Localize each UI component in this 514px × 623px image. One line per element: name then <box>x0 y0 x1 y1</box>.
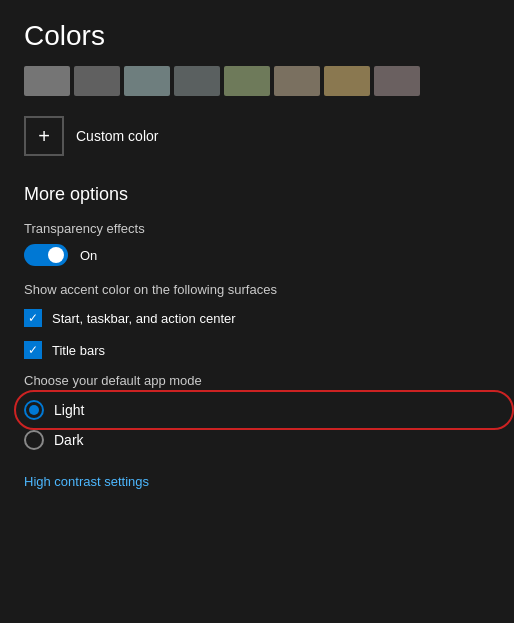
light-option-row[interactable]: Light <box>24 400 490 420</box>
dark-radio[interactable] <box>24 430 44 450</box>
more-options-title: More options <box>24 184 490 205</box>
transparency-label: Transparency effects <box>24 221 490 236</box>
app-mode-radio-group: Light Dark <box>24 400 490 450</box>
swatch-gray4[interactable] <box>174 66 220 96</box>
swatch-gray2[interactable] <box>74 66 120 96</box>
custom-color-icon: + <box>24 116 64 156</box>
custom-color-button[interactable]: + Custom color <box>24 112 158 160</box>
dark-label: Dark <box>54 432 84 448</box>
check-icon-2: ✓ <box>28 344 38 356</box>
dark-option-row[interactable]: Dark <box>24 430 490 450</box>
light-radio[interactable] <box>24 400 44 420</box>
transparency-state: On <box>80 248 97 263</box>
transparency-toggle-row: On <box>24 244 490 266</box>
swatch-gold[interactable] <box>324 66 370 96</box>
app-mode-title: Choose your default app mode <box>24 373 490 388</box>
swatch-gray3[interactable] <box>124 66 170 96</box>
start-taskbar-checkbox[interactable]: ✓ <box>24 309 42 327</box>
radio-inner-light <box>29 405 39 415</box>
surfaces-label: Show accent color on the following surfa… <box>24 282 490 297</box>
title-bars-checkbox[interactable]: ✓ <box>24 341 42 359</box>
toggle-thumb <box>48 247 64 263</box>
transparency-toggle[interactable] <box>24 244 68 266</box>
page-title: Colors <box>24 20 490 52</box>
title-bars-row[interactable]: ✓ Title bars <box>24 341 490 359</box>
light-selection-highlight <box>14 390 514 430</box>
start-taskbar-label: Start, taskbar, and action center <box>52 311 236 326</box>
swatch-brown[interactable] <box>374 66 420 96</box>
toggle-track <box>24 244 68 266</box>
check-icon: ✓ <box>28 312 38 324</box>
high-contrast-link[interactable]: High contrast settings <box>24 474 149 489</box>
start-taskbar-row[interactable]: ✓ Start, taskbar, and action center <box>24 309 490 327</box>
swatch-gray1[interactable] <box>24 66 70 96</box>
custom-color-label: Custom color <box>76 128 158 144</box>
title-bars-label: Title bars <box>52 343 105 358</box>
swatch-tan[interactable] <box>274 66 320 96</box>
swatch-green[interactable] <box>224 66 270 96</box>
color-swatches <box>24 66 490 96</box>
light-label: Light <box>54 402 84 418</box>
